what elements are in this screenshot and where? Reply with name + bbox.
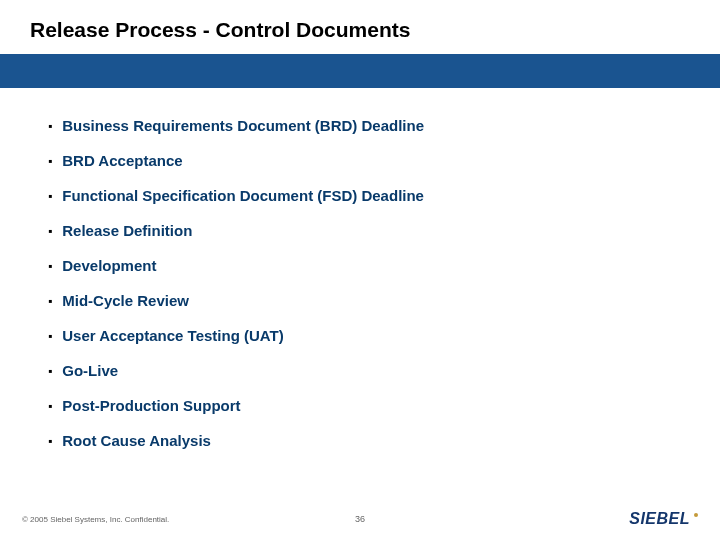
slide-title: Release Process - Control Documents [30, 18, 720, 42]
copyright-text: © 2005 Siebel Systems, Inc. Confidential… [22, 515, 169, 524]
list-item: ▪ Post-Production Support [48, 396, 690, 416]
list-item: ▪ User Acceptance Testing (UAT) [48, 326, 690, 346]
bullet-icon: ▪ [48, 361, 52, 381]
bullet-text: BRD Acceptance [62, 151, 182, 171]
list-item: ▪ Root Cause Analysis [48, 431, 690, 451]
list-item: ▪ Mid-Cycle Review [48, 291, 690, 311]
bullet-icon: ▪ [48, 186, 52, 206]
bullet-text: Functional Specification Document (FSD) … [62, 186, 424, 206]
list-item: ▪ BRD Acceptance [48, 151, 690, 171]
accent-band [0, 54, 720, 88]
list-item: ▪ Development [48, 256, 690, 276]
siebel-logo: SIEBEL [629, 510, 698, 528]
logo-text: SIEBEL [629, 510, 690, 528]
logo-dot-icon [694, 513, 698, 517]
bullet-text: User Acceptance Testing (UAT) [62, 326, 283, 346]
bullet-icon: ▪ [48, 221, 52, 241]
bullet-text: Release Definition [62, 221, 192, 241]
list-item: ▪ Business Requirements Document (BRD) D… [48, 116, 690, 136]
title-bar: Release Process - Control Documents [0, 0, 720, 54]
content-area: ▪ Business Requirements Document (BRD) D… [0, 88, 720, 451]
bullet-text: Business Requirements Document (BRD) Dea… [62, 116, 424, 136]
bullet-icon: ▪ [48, 431, 52, 451]
bullet-icon: ▪ [48, 291, 52, 311]
bullet-text: Go-Live [62, 361, 118, 381]
bullet-icon: ▪ [48, 151, 52, 171]
page-number: 36 [355, 514, 365, 524]
footer: © 2005 Siebel Systems, Inc. Confidential… [0, 510, 720, 528]
bullet-icon: ▪ [48, 116, 52, 136]
bullet-text: Root Cause Analysis [62, 431, 211, 451]
bullet-text: Development [62, 256, 156, 276]
bullet-icon: ▪ [48, 256, 52, 276]
bullet-icon: ▪ [48, 396, 52, 416]
bullet-icon: ▪ [48, 326, 52, 346]
list-item: ▪ Functional Specification Document (FSD… [48, 186, 690, 206]
bullet-text: Post-Production Support [62, 396, 240, 416]
list-item: ▪ Go-Live [48, 361, 690, 381]
list-item: ▪ Release Definition [48, 221, 690, 241]
bullet-text: Mid-Cycle Review [62, 291, 189, 311]
